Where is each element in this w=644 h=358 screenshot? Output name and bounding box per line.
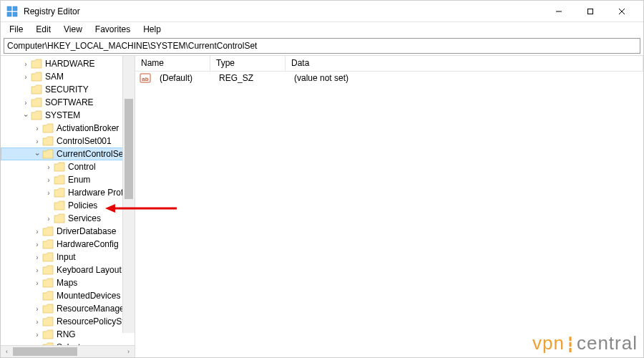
folder-icon [54,188,65,198]
tree-item-enum[interactable]: › Enum [1,173,135,186]
folder-icon [54,175,65,185]
folder-icon [31,84,42,95]
menu-bar: File Edit View Favorites Help [1,22,643,37]
folder-icon [54,162,65,172]
window-controls [543,1,638,21]
list-body[interactable]: ab (Default) REG_SZ (value not set) [135,72,643,357]
close-button[interactable] [606,1,638,21]
menu-favorites[interactable]: Favorites [89,23,136,36]
tree-item-sam[interactable]: › SAM [1,70,135,83]
folder-icon [42,123,54,133]
folder-icon [42,291,54,301]
tree-item-activationbroker[interactable]: › ActivationBroker [1,122,135,135]
registry-tree[interactable]: › HARDWARE › SAM SECURITY › [1,56,135,345]
tree-pane: › HARDWARE › SAM SECURITY › [1,56,135,357]
menu-view[interactable]: View [58,23,88,36]
folder-icon [42,136,54,146]
chevron-right-icon[interactable]: › [21,60,31,68]
tree-vertical-scrollbar[interactable] [122,56,135,333]
chevron-right-icon[interactable]: › [32,228,42,236]
chevron-right-icon[interactable]: › [32,305,42,313]
folder-icon [54,213,65,223]
folder-icon [31,72,42,82]
svg-rect-3 [13,12,17,16]
tree-item-resourcepolicystore[interactable]: › ResourcePolicyStore [1,315,135,328]
chevron-right-icon[interactable]: › [32,253,42,261]
chevron-right-icon[interactable]: › [21,99,31,107]
folder-icon [42,239,54,249]
cell-data: (value not set) [288,73,354,83]
chevron-right-icon[interactable]: › [32,241,42,248]
tree-item-hardwareconfig[interactable]: › HardwareConfig [1,238,135,251]
column-header-type[interactable]: Type [210,56,286,71]
string-value-icon: ab [140,72,151,84]
chevron-right-icon[interactable]: › [32,125,42,132]
folder-icon [42,316,54,326]
folder-icon [42,252,54,262]
chevron-right-icon[interactable]: › [32,318,42,326]
chevron-right-icon[interactable]: › [32,331,42,339]
tree-item-mounteddevices[interactable]: MountedDevices [1,289,135,302]
chevron-right-icon[interactable]: › [32,279,42,287]
tree-item-system[interactable]: › SYSTEM [1,109,135,122]
svg-text:ab: ab [142,76,148,82]
address-text: Computer\HKEY_LOCAL_MACHINE\SYSTEM\Curre… [7,41,257,51]
address-bar[interactable]: Computer\HKEY_LOCAL_MACHINE\SYSTEM\Curre… [4,38,640,54]
chevron-right-icon[interactable]: › [32,266,42,274]
chevron-right-icon[interactable]: › [44,176,54,184]
minimize-button[interactable] [543,1,575,21]
tree-item-keyboardlayout[interactable]: › Keyboard Layout [1,263,135,276]
scrollbar-thumb[interactable] [125,99,133,199]
folder-icon [31,97,42,107]
scrollbar-thumb[interactable] [13,347,77,356]
column-header-data[interactable]: Data [286,56,643,71]
tree-item-services[interactable]: › Services [1,212,135,225]
tree-item-security[interactable]: SECURITY [1,83,135,96]
tree-item-policies[interactable]: Policies [1,199,135,212]
chevron-down-icon[interactable]: › [34,149,42,159]
tree-item-rng[interactable]: › RNG [1,328,135,341]
folder-icon [42,329,54,339]
tree-item-control[interactable]: › Control [1,160,135,173]
tree-item-driverdatabase[interactable]: › DriverDatabase [1,225,135,238]
tree-item-maps[interactable]: › Maps [1,276,135,289]
tree-horizontal-scrollbar[interactable]: ‹ › [1,345,135,357]
menu-file[interactable]: File [4,23,29,36]
tree-item-hardwareprofiles[interactable]: › Hardware Profiles [1,186,135,199]
chevron-right-icon[interactable]: › [44,189,54,197]
chevron-right-icon[interactable]: › [44,163,54,171]
window-title: Registry Editor [24,6,543,16]
menu-help[interactable]: Help [137,23,167,36]
list-header: Name Type Data [135,56,643,72]
main-split: › HARDWARE › SAM SECURITY › [1,55,643,357]
values-list-pane: Name Type Data ab (Default) REG_SZ (valu… [135,56,643,357]
menu-edit[interactable]: Edit [30,23,57,36]
folder-icon [42,226,54,236]
cell-name: (Default) [154,73,213,83]
chevron-down-icon[interactable]: › [22,110,30,120]
tree-item-resourcemanager[interactable]: › ResourceManager [1,302,135,315]
tree-item-input[interactable]: › Input [1,251,135,263]
maximize-button[interactable] [575,1,606,21]
tree-item-software[interactable]: › SOFTWARE [1,96,135,109]
folder-icon [31,110,42,120]
tree-item-controlset001[interactable]: › ControlSet001 [1,135,135,147]
chevron-right-icon[interactable]: › [44,215,54,223]
chevron-right-icon[interactable]: › [32,137,42,145]
folder-icon [42,304,54,314]
list-row[interactable]: ab (Default) REG_SZ (value not set) [135,72,643,84]
folder-icon [42,278,54,288]
scroll-left-icon[interactable]: ‹ [1,346,13,358]
chevron-right-icon[interactable]: › [21,73,31,81]
cell-type: REG_SZ [213,73,288,83]
scroll-right-icon[interactable]: › [122,346,135,358]
svg-rect-5 [588,9,593,14]
svg-rect-0 [7,6,11,11]
column-header-name[interactable]: Name [135,56,210,71]
regedit-icon [6,6,18,17]
title-bar: Registry Editor [1,1,643,22]
folder-icon [31,59,42,69]
tree-item-hardware[interactable]: › HARDWARE [1,57,135,70]
folder-icon [42,149,54,159]
tree-item-currentcontrolset[interactable]: › CurrentControlSet [1,147,135,160]
